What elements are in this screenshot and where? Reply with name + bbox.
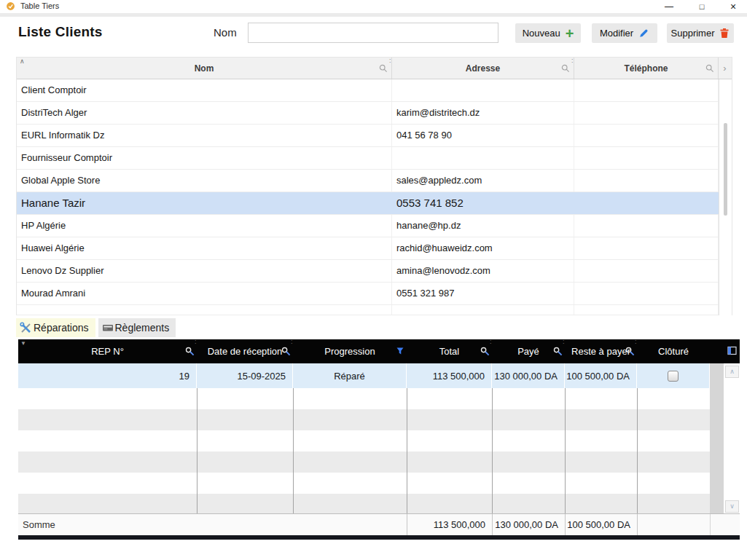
delete-button[interactable]: Supprimer [667,23,734,43]
cell-nom: Huawei Algérie [17,237,392,259]
cell-adresse: 0551 321 987 [392,283,574,304]
cell-adresse: karim@distritech.dz [392,102,574,124]
maximize-button[interactable]: □ [689,0,714,13]
table-row[interactable]: DistriTech Alger karim@distritech.dz [17,102,719,125]
column-header-total[interactable]: Total [407,339,492,363]
search-icon[interactable] [185,347,195,356]
column-chooser-cell [710,339,740,363]
summary-total: 113 500,000 [407,514,492,535]
column-header-adresse[interactable]: Adresse [392,58,574,79]
table-row[interactable]: Fournisseur Comptoir [17,147,719,170]
table-row[interactable]: Lenovo Dz Supplier amina@lenovodz.com [17,260,719,283]
column-header-rep-no[interactable]: REP N° [18,339,197,363]
cell-nom: DistriTech Alger [17,102,392,124]
filter-icon[interactable] [396,347,404,355]
column-header-label: Payé [517,346,539,357]
column-header-reste-a-payer[interactable]: Reste à payer [565,339,637,363]
cell-telephone [574,283,719,304]
column-header-label: Clôturé [658,346,689,357]
page-title: Liste Clients [18,24,103,40]
next-column-button[interactable]: › [719,58,731,79]
app-window: Table Tiers — □ × Liste Clients Nom Nouv… [0,0,747,560]
table-row[interactable]: Mourad Amrani 0551 321 987 [17,283,719,305]
search-icon[interactable] [625,347,635,356]
column-header-progression[interactable]: Progression [293,339,407,363]
column-divider [492,388,493,513]
cell-adresse [392,147,574,169]
column-grip-icon: : [490,338,492,345]
cell-telephone [574,147,719,169]
cell-nom: Fournisseur Comptoir [17,147,392,169]
minimize-button[interactable]: — [657,0,681,13]
titlebar-divider [0,13,747,17]
empty-rows-area [18,388,710,513]
tab-reparations[interactable]: Réparations [16,318,95,337]
client-name-input[interactable] [248,23,498,43]
column-header-nom[interactable]: Nom [17,58,392,79]
search-icon[interactable] [561,64,570,73]
header-dropdown-icon[interactable]: ▼ [20,340,26,347]
column-grip-icon: : [571,57,574,64]
column-header-paye[interactable]: Payé [492,339,565,363]
cell-nom: Hanane Tazir [17,192,392,214]
repairs-scrollbar-track[interactable] [710,363,724,513]
table-row[interactable]: Huawei Algérie rachid@huaweidz.com [17,237,719,260]
cell-total: 113 500,000 [407,363,492,388]
column-grip-icon: : [389,57,391,64]
close-button[interactable]: × [721,0,746,13]
column-header-label: Téléphone [624,63,668,74]
column-divider [407,388,407,513]
scrollbar-thumb[interactable] [724,123,727,216]
clients-table-body: Client Comptoir DistriTech Alger karim@d… [17,79,719,315]
window-title: Table Tiers [20,1,59,10]
column-header-cloture[interactable]: Clôturé [637,339,710,363]
cell-nom: Global Apple Store [17,170,392,192]
cell-nom [17,305,392,315]
repair-row[interactable]: 19 15-09-2025 Réparé 113 500,000 130 000… [18,363,710,388]
sort-ascending-icon: ∧ [20,58,25,65]
clients-table-header: ∧ : : Nom Adresse Téléphone › [17,58,732,79]
tab-label: Réparations [34,322,89,334]
cell-telephone [574,215,719,237]
grid-bottom-bar [18,535,740,540]
search-icon[interactable] [281,347,291,356]
payment-card-icon [102,323,114,333]
table-row[interactable]: HP Algérie hanane@hp.dz [17,215,719,237]
clients-scrollbar[interactable] [719,79,732,315]
app-icon [6,1,15,11]
table-row-selected[interactable]: Hanane Tazir 0553 741 852 [17,192,719,215]
table-row[interactable]: EURL Informatik Dz 041 56 78 90 [17,125,719,147]
search-icon[interactable] [553,347,563,356]
tools-icon [20,322,32,334]
search-label: Nom [214,26,237,39]
column-header-label: Date de réception [208,346,283,357]
cloture-checkbox[interactable] [668,371,678,382]
plus-icon: + [566,27,574,40]
column-chooser-icon[interactable] [727,346,737,355]
cell-nom: HP Algérie [17,215,392,237]
cell-adresse: sales@appledz.com [392,170,574,192]
new-button[interactable]: Nouveau + [515,23,581,43]
table-row[interactable]: Client Comptoir [17,79,719,102]
edit-button[interactable]: Modifier [592,23,657,43]
search-icon[interactable] [705,64,714,73]
repairs-table-header: ▼ : : : : : REP N° Date de réception Pro… [18,339,740,363]
search-icon[interactable] [379,64,388,73]
cell-nom: EURL Informatik Dz [17,125,392,146]
table-row[interactable]: Global Apple Store sales@appledz.com [17,170,719,192]
column-divider [293,388,294,513]
column-header-date-reception[interactable]: Date de réception [197,339,293,363]
column-divider [637,388,638,513]
scroll-down-button[interactable]: ∨ [725,500,739,513]
cell-adresse: rachid@huaweidz.com [392,237,574,259]
cell-telephone [574,79,719,101]
column-header-label: Total [439,346,459,357]
column-header-label: Progression [324,346,375,357]
column-header-telephone[interactable]: Téléphone [574,58,719,79]
scroll-up-button[interactable]: ∧ [725,366,739,378]
column-grip-icon: : [563,338,565,345]
tab-reglements[interactable]: Règlements [98,318,176,337]
search-icon[interactable] [480,347,490,356]
column-header-label: REP N° [91,346,124,357]
summary-paye: 130 000,00 DA [492,514,565,535]
